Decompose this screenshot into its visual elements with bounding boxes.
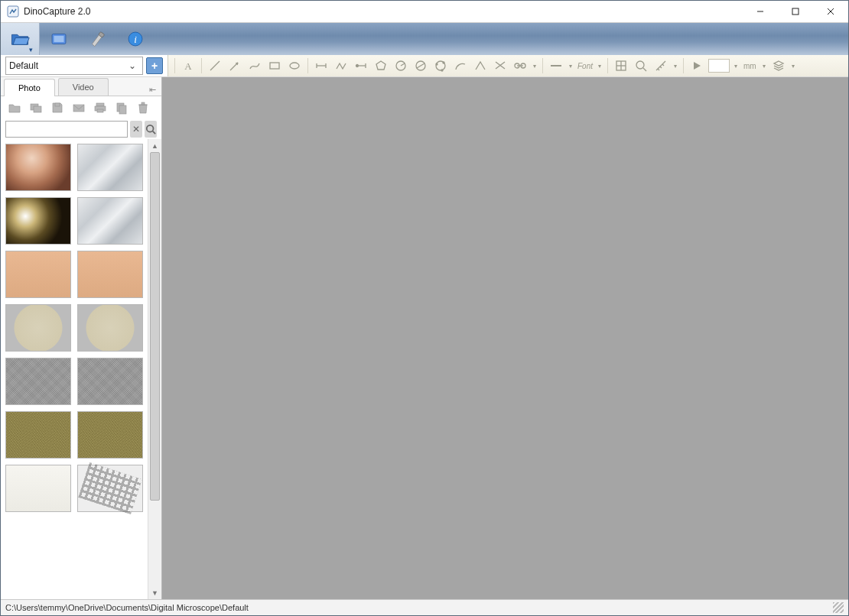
svg-point-29 xyxy=(441,70,443,71)
measure-diameter-tool[interactable] xyxy=(412,57,429,74)
search-input[interactable] xyxy=(5,121,128,138)
center-distance-tool[interactable] xyxy=(512,57,529,74)
calibration-tool[interactable] xyxy=(652,57,669,74)
live-preview-tool[interactable] xyxy=(40,23,78,55)
app-window: DinoCapture 2.0 ▾ i Default ⌄ + xyxy=(0,0,849,616)
chevron-down-icon: ⌄ xyxy=(125,60,139,71)
layers-dropdown[interactable]: ▾ xyxy=(790,63,796,70)
svg-point-39 xyxy=(636,61,644,69)
collapse-panel-button[interactable]: ⇤ xyxy=(146,83,158,96)
measure-3pt-angle-tool[interactable] xyxy=(472,57,489,74)
thumb-6[interactable] xyxy=(77,251,143,298)
folder-tool[interactable]: ▾ xyxy=(1,23,40,55)
svg-point-18 xyxy=(356,65,359,67)
line-tool[interactable] xyxy=(207,57,223,74)
svg-point-27 xyxy=(436,63,438,65)
thumb-9[interactable] xyxy=(5,358,71,405)
close-button[interactable] xyxy=(813,1,848,22)
text-tool[interactable]: A xyxy=(180,57,197,74)
slideshow-button[interactable] xyxy=(28,100,44,115)
media-tabs: Photo Video ⇤ xyxy=(1,77,161,96)
measure-dropdown[interactable]: ▾ xyxy=(532,63,538,70)
profile-select-value: Default xyxy=(9,60,125,71)
play-tool[interactable] xyxy=(688,57,705,74)
measure-continuous-tool[interactable] xyxy=(333,57,350,74)
copy-button[interactable] xyxy=(114,100,129,115)
measure-3pt-circle-tool[interactable] xyxy=(432,57,449,74)
line-style-dropdown[interactable]: ▾ xyxy=(568,63,574,70)
scroll-thumb[interactable] xyxy=(150,152,160,501)
open-folder-button[interactable] xyxy=(7,100,22,115)
scroll-track[interactable] xyxy=(148,152,161,586)
save-button[interactable] xyxy=(50,100,65,115)
freehand-tool[interactable] xyxy=(246,57,263,74)
thumb-11[interactable] xyxy=(5,411,71,459)
measure-point-line-tool[interactable] xyxy=(353,57,369,74)
svg-line-40 xyxy=(643,68,646,71)
ellipse-tool[interactable] xyxy=(286,57,303,74)
search-button[interactable] xyxy=(145,121,157,138)
thumb-13[interactable] xyxy=(5,465,71,512)
thumb-1[interactable] xyxy=(5,144,71,191)
measure-arc-tool[interactable] xyxy=(452,57,469,74)
svg-rect-44 xyxy=(55,103,60,106)
font-dropdown[interactable]: ▾ xyxy=(597,63,603,70)
main-toolbar: ▾ i xyxy=(1,23,848,55)
thumb-3[interactable] xyxy=(5,197,71,245)
thumb-10[interactable] xyxy=(77,358,143,405)
print-button[interactable] xyxy=(93,100,108,115)
plus-icon: + xyxy=(151,60,158,72)
thumb-7[interactable] xyxy=(5,304,71,352)
thumb-8[interactable] xyxy=(77,304,143,352)
tab-video[interactable]: Video xyxy=(58,78,109,96)
units-dropdown[interactable]: ▾ xyxy=(761,63,767,70)
about-tool[interactable]: i xyxy=(116,23,155,55)
measure-4pt-angle-tool[interactable] xyxy=(492,57,509,74)
color-dropdown[interactable]: ▾ xyxy=(733,63,739,70)
measure-line-tool[interactable] xyxy=(313,57,330,74)
line-style-tool[interactable] xyxy=(548,57,564,74)
maximize-button[interactable] xyxy=(778,1,813,22)
app-icon xyxy=(7,5,19,18)
svg-point-28 xyxy=(443,62,444,63)
email-button[interactable] xyxy=(71,100,86,115)
grid-tool[interactable] xyxy=(613,57,629,74)
thumb-4[interactable] xyxy=(77,197,143,245)
thumb-2[interactable] xyxy=(77,144,143,191)
calibration-dropdown[interactable]: ▾ xyxy=(672,63,678,70)
profile-select[interactable]: Default ⌄ xyxy=(5,57,143,75)
thumbnails-scrollbar[interactable]: ▲ ▼ xyxy=(148,139,161,599)
thumbnails-grid xyxy=(1,139,148,599)
svg-rect-52 xyxy=(142,102,145,105)
thumbnails-area: ▲ ▼ xyxy=(1,139,161,599)
add-profile-button[interactable]: + xyxy=(146,57,163,74)
settings-tool[interactable] xyxy=(78,23,116,55)
close-icon: ✕ xyxy=(132,124,140,135)
arrow-tool[interactable] xyxy=(226,57,243,74)
scroll-up-button[interactable]: ▲ xyxy=(148,139,161,152)
scroll-down-button[interactable]: ▼ xyxy=(148,586,161,599)
svg-rect-2 xyxy=(792,8,799,15)
search-icon xyxy=(145,124,156,135)
color-swatch[interactable] xyxy=(708,59,730,73)
thumb-12[interactable] xyxy=(77,411,143,459)
thumb-14[interactable] xyxy=(77,465,143,512)
profile-row: Default ⌄ + A ▾ xyxy=(1,55,848,77)
resize-grip[interactable] xyxy=(833,602,844,613)
tab-photo[interactable]: Photo xyxy=(4,79,55,96)
clear-search-button[interactable]: ✕ xyxy=(130,121,142,138)
zoom-tool[interactable] xyxy=(633,57,649,74)
delete-button[interactable] xyxy=(135,100,151,115)
rectangle-tool[interactable] xyxy=(266,57,283,74)
font-tool[interactable]: Font xyxy=(577,57,594,74)
measure-polygon-tool[interactable] xyxy=(372,57,389,74)
preview-canvas[interactable] xyxy=(162,77,848,599)
svg-rect-48 xyxy=(97,109,103,112)
measure-radius-tool[interactable] xyxy=(392,57,409,74)
svg-text:i: i xyxy=(134,34,137,45)
thumb-5[interactable] xyxy=(5,251,71,298)
svg-marker-41 xyxy=(694,62,701,70)
layers-tool[interactable] xyxy=(770,57,787,74)
left-panel: Photo Video ⇤ ✕ xyxy=(1,77,162,599)
minimize-button[interactable] xyxy=(743,1,778,22)
